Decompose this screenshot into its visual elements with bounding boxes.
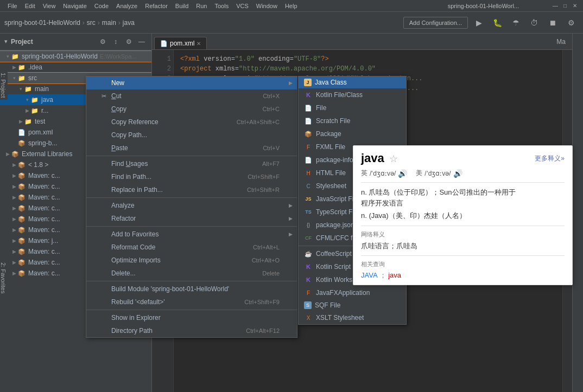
dict-phonetics: 英 /ˈdʒɑːvə/ 🔊 美 /ˈdʒɑːvə/ 🔊: [353, 169, 572, 182]
menu-run[interactable]: Run: [193, 2, 210, 10]
menu-build[interactable]: Build: [172, 2, 192, 10]
breadcrumb-src[interactable]: src: [87, 19, 96, 27]
dict-speaker-us-icon[interactable]: 🔊: [453, 169, 462, 178]
settings-button[interactable]: ⚙: [563, 15, 579, 30]
menu-help[interactable]: Help: [282, 2, 301, 10]
reformat-icon: [99, 243, 108, 252]
context-menu-optimize[interactable]: Optimize Imports Ctrl+Alt+O: [86, 254, 297, 267]
menu-view[interactable]: View: [40, 2, 59, 10]
context-menu-refactor[interactable]: Refactor: [86, 212, 297, 225]
breadcrumb-main[interactable]: main: [102, 19, 116, 27]
context-menu-find-path[interactable]: Find in Path... Ctrl+Shift+F: [86, 170, 297, 183]
kotlin-script-icon: K: [304, 262, 313, 271]
context-menu-favorites[interactable]: Add to Favorites: [86, 228, 297, 241]
context-menu-delete[interactable]: Delete... Delete: [86, 267, 297, 280]
dict-more-link[interactable]: 更多释义»: [535, 154, 565, 163]
context-menu-analyze[interactable]: Analyze: [86, 199, 297, 212]
debug-button[interactable]: 🐛: [490, 15, 505, 30]
dict-speaker-en-icon[interactable]: 🔊: [398, 169, 407, 178]
menu-bar: File Edit View Navigate Code Analyze Ref…: [4, 2, 301, 10]
tree-arrow-java[interactable]: ▾: [24, 97, 30, 103]
stop-button[interactable]: ⏹: [545, 15, 560, 30]
ctx-sep4: [86, 281, 297, 281]
submenu-file[interactable]: 📄 File: [299, 101, 406, 114]
submenu-javafx[interactable]: F JavaFXApplication: [299, 286, 406, 299]
sidebar-collapse-icon[interactable]: ▾: [4, 38, 8, 45]
maven10-icon: 📦: [17, 269, 26, 278]
tree-arrow-test[interactable]: ▶: [17, 118, 24, 125]
breadcrumb-project[interactable]: spring-boot-01-HelloWorld: [4, 19, 80, 27]
project-side-label[interactable]: 1: Project: [0, 70, 8, 100]
breadcrumb-java[interactable]: java: [123, 19, 135, 27]
ctx-cut-shortcut: Ctrl+X: [263, 93, 290, 99]
context-menu-copy-reference[interactable]: Copy Reference Ctrl+Alt+Shift+C: [86, 115, 297, 128]
context-menu-reformat[interactable]: Reformat Code Ctrl+Alt+L: [86, 241, 297, 254]
dict-link-java-upper[interactable]: JAVA: [361, 271, 377, 279]
submenu-sqf[interactable]: S SQF File: [299, 299, 406, 311]
tree-label-idea: .idea: [28, 63, 42, 71]
dict-link-java-lower[interactable]: java: [388, 271, 401, 279]
close-button[interactable]: ✕: [571, 2, 579, 10]
menu-code[interactable]: Code: [91, 2, 112, 10]
submenu-java-class[interactable]: J Java Class: [299, 76, 406, 88]
context-menu-new[interactable]: New: [86, 76, 297, 89]
context-menu-rebuild[interactable]: Rebuild '<default>' Ctrl+Shift+F9: [86, 295, 297, 309]
menu-tools[interactable]: Tools: [211, 2, 232, 10]
dict-net-meanings: 网络释义 爪哇语言；爪哇岛: [353, 226, 572, 256]
ctx-cut-label: Cut: [111, 92, 122, 100]
sidebar-settings-icon[interactable]: ⚙: [97, 36, 108, 47]
menu-vcs[interactable]: VCS: [233, 2, 252, 10]
run-button[interactable]: ▶: [471, 15, 486, 30]
menu-navigate[interactable]: Navigate: [60, 2, 90, 10]
submenu-kotlin-file[interactable]: K Kotlin File/Class: [299, 88, 406, 101]
fxml-icon: F: [304, 143, 313, 151]
ctx-rebuild-shortcut: Ctrl+Shift+F9: [244, 299, 290, 305]
tree-arrow-external[interactable]: ▶: [4, 151, 11, 157]
tree-item-project[interactable]: ▾ 📁 spring-boot-01-HelloWorld E:\WorkSpa…: [0, 51, 151, 62]
pom-file-icon: 📄: [17, 128, 26, 137]
menu-analyze[interactable]: Analyze: [113, 2, 141, 10]
ma-label: Ma: [552, 38, 570, 46]
tree-arrow-main[interactable]: ▾: [17, 86, 24, 92]
context-menu-replace-path[interactable]: Replace in Path... Ctrl+Shift+R: [86, 183, 297, 196]
context-menu-paste[interactable]: Paste Ctrl+V: [86, 142, 297, 155]
test-folder-icon: 📁: [24, 117, 33, 126]
tab-close-button[interactable]: ✕: [197, 41, 201, 47]
context-menu-copy-path[interactable]: Copy Path...: [86, 128, 297, 142]
submenu-scratch[interactable]: 📄 Scratch File: [299, 114, 406, 127]
menu-window[interactable]: Window: [253, 2, 281, 10]
sidebar-gear-icon[interactable]: ⚙: [123, 36, 134, 47]
coverage-button[interactable]: ☂: [508, 15, 523, 30]
submenu-xslt[interactable]: X XSLT Stylesheet: [299, 311, 406, 324]
context-menu-show-explorer[interactable]: Show in Explorer: [86, 311, 297, 324]
add-configuration-button[interactable]: Add Configuration...: [403, 17, 468, 29]
sidebar-close-icon[interactable]: —: [136, 36, 147, 47]
dict-star-icon[interactable]: ☆: [389, 153, 398, 164]
tree-item-idea[interactable]: ▶ 📁 .idea: [0, 62, 151, 73]
menu-edit[interactable]: Edit: [22, 2, 39, 10]
tree-arrow-resources[interactable]: ▶: [24, 107, 30, 114]
favorites-side-label[interactable]: 2: Favorites: [0, 260, 8, 304]
rebuild-icon: [99, 298, 108, 306]
minimize-button[interactable]: —: [552, 2, 559, 10]
context-menu-directory-path[interactable]: Directory Path Ctrl+Alt+F12: [86, 324, 297, 337]
context-menu-cut[interactable]: ✂ Cut Ctrl+X: [86, 89, 297, 102]
ctx-copy-label: Copy: [111, 105, 126, 113]
profile-button[interactable]: ⏱: [527, 15, 542, 30]
context-menu-build-module[interactable]: Build Module 'spring-boot-01-HelloWorld': [86, 282, 297, 295]
tree-label-test: test: [35, 118, 45, 125]
tab-pom-xml[interactable]: 📄 pom.xml ✕: [154, 37, 207, 49]
ctx-copy-path-label: Copy Path...: [111, 131, 147, 139]
menu-refactor[interactable]: Refactor: [142, 2, 171, 10]
tree-arrow-project[interactable]: ▾: [4, 53, 11, 60]
maven4-icon: 📦: [17, 204, 26, 213]
menu-file[interactable]: File: [4, 2, 21, 10]
context-menu-copy[interactable]: Copy Ctrl+C: [86, 102, 297, 115]
sidebar-expand-icon[interactable]: ↕: [110, 36, 121, 47]
context-menu-find-usages[interactable]: Find Usages Alt+F7: [86, 157, 297, 170]
tree-arrow-idea[interactable]: ▶: [11, 64, 17, 70]
maximize-button[interactable]: □: [561, 2, 569, 10]
submenu-package[interactable]: 📦 Package: [299, 127, 406, 140]
tree-arrow-src[interactable]: ▾: [11, 75, 17, 81]
ctx-rebuild-label: Rebuild '<default>': [111, 298, 165, 306]
